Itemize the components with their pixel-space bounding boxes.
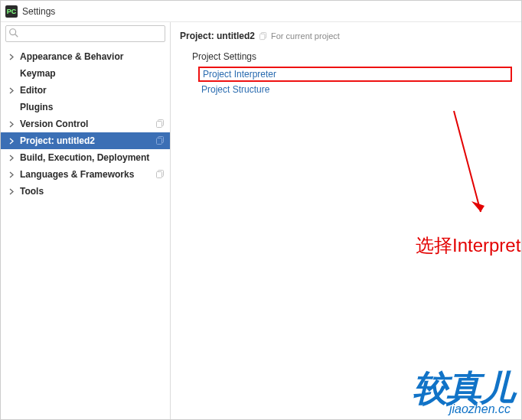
sidebar-item-label: Version Control <box>20 119 156 129</box>
sidebar-item-build-execution-deployment[interactable]: Build, Execution, Deployment <box>1 149 170 166</box>
sidebar-item-label: Build, Execution, Deployment <box>20 152 165 163</box>
chevron-right-icon <box>8 87 15 94</box>
sidebar-item-tools[interactable]: Tools <box>1 183 170 200</box>
content-header: Project: untitled2 For current project <box>180 28 512 44</box>
sidebar-item-label: Plugins <box>20 102 165 112</box>
app-icon: PC <box>5 5 18 18</box>
breadcrumb: Project: untitled2 <box>180 31 255 41</box>
sidebar-item-label: Tools <box>20 186 165 197</box>
chevron-right-icon <box>8 121 15 128</box>
copy-icon <box>156 119 165 129</box>
sidebar-item-editor[interactable]: Editor <box>1 82 170 99</box>
content-pane: Project: untitled2 For current project P… <box>171 22 521 419</box>
settings-tree: Appearance & BehaviorKeymapEditorPlugins… <box>1 47 170 200</box>
svg-line-10 <box>454 111 481 212</box>
sidebar-item-version-control[interactable]: Version Control <box>1 116 170 132</box>
sidebar-item-appearance-behavior[interactable]: Appearance & Behavior <box>1 48 170 65</box>
chevron-right-icon <box>8 155 15 161</box>
sidebar-item-languages-frameworks[interactable]: Languages & Frameworks <box>1 166 170 183</box>
sidebar-item-label: Editor <box>20 85 165 96</box>
sidebar-item-label: Project: untitled2 <box>20 135 156 146</box>
sidebar-item-plugins[interactable]: Plugins <box>1 99 170 116</box>
svg-rect-7 <box>157 172 162 178</box>
annotation-text: 选择Interpreter <box>416 233 522 258</box>
svg-rect-3 <box>157 122 162 128</box>
sidebar-item-keymap[interactable]: Keymap <box>1 65 170 82</box>
search-input[interactable] <box>5 25 165 42</box>
svg-rect-9 <box>259 34 264 39</box>
svg-line-1 <box>15 34 18 37</box>
chevron-right-icon <box>8 171 15 178</box>
settings-links: Project InterpreterProject Structure <box>198 67 512 97</box>
sidebar-item-project-untitled2[interactable]: Project: untitled2 <box>1 132 170 149</box>
section-title: Project Settings <box>192 51 512 62</box>
sidebar: Appearance & BehaviorKeymapEditorPlugins… <box>1 22 171 419</box>
svg-point-0 <box>10 29 16 35</box>
svg-rect-5 <box>157 138 162 145</box>
chevron-right-icon <box>8 138 15 145</box>
settings-link-project-structure[interactable]: Project Structure <box>198 82 512 97</box>
chevron-right-icon <box>8 54 15 60</box>
window-title: Settings <box>22 6 55 17</box>
for-current-label: For current project <box>271 31 340 41</box>
for-current-badge: For current project <box>259 31 340 41</box>
annotation-arrow <box>439 106 500 229</box>
search-icon <box>8 28 19 38</box>
copy-icon <box>156 136 165 145</box>
sidebar-item-label: Languages & Frameworks <box>20 169 156 180</box>
settings-link-project-interpreter[interactable]: Project Interpreter <box>198 67 512 82</box>
sidebar-item-label: Keymap <box>20 68 165 79</box>
sidebar-item-label: Appearance & Behavior <box>20 51 165 62</box>
chevron-right-icon <box>8 188 15 195</box>
titlebar: PC Settings <box>1 1 521 22</box>
copy-icon <box>259 32 268 41</box>
copy-icon <box>156 170 165 179</box>
svg-marker-11 <box>471 201 484 212</box>
